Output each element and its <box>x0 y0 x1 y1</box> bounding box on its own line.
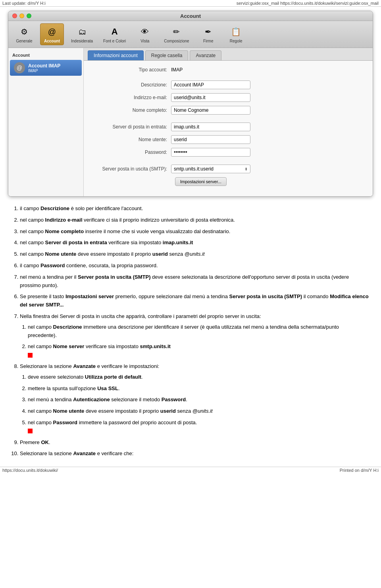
password-input[interactable] <box>171 148 250 157</box>
bold-smtp-units: smtp.units.it <box>140 343 171 349</box>
descrizione-row: Descrizione: <box>92 80 365 89</box>
toolbar-indesiderata[interactable]: 🗂 Indesiderata <box>68 24 96 45</box>
mac-window: Account ⚙ Generale @ Account 🗂 Indesider… <box>8 11 373 197</box>
server-entrata-input[interactable] <box>171 123 250 131</box>
bold-descrizione: Descrizione <box>40 205 69 211</box>
instruction-8-5: nel campo Password immettere la password… <box>28 419 369 435</box>
bold-avanzate: Avanzate <box>73 363 96 369</box>
bold-imap-units: imap.units.it <box>163 239 193 245</box>
tipo-account-value: IMAP <box>171 67 183 73</box>
bold-password: Password <box>40 262 65 268</box>
tab-avanzate[interactable]: Avanzate <box>190 50 221 60</box>
close-button[interactable] <box>12 13 17 18</box>
account-imap-type: IMAP <box>28 69 60 73</box>
vista-icon: 👁 <box>139 25 151 38</box>
instructions-sub-list-8: deve essere selezionato Utilizza porte d… <box>20 373 369 435</box>
descrizione-label: Descrizione: <box>92 82 171 88</box>
impostazioni-server-button[interactable]: Impostazioni server... <box>175 177 227 186</box>
nome-completo-row: Nome completo: <box>92 106 365 115</box>
server-uscita-value: smtp.units.it:userid <box>174 166 214 172</box>
server-uscita-row: Server posta in uscita (SMTP): smtp.unit… <box>92 165 365 173</box>
page-header: Last update: d/m/Y H:i servizi:guide:osx… <box>0 0 381 7</box>
instruction-6b: Se presente il tasto Impostazioni server… <box>20 293 369 309</box>
tab-regole-casella[interactable]: Regole casella <box>145 50 189 60</box>
descrizione-input[interactable] <box>171 80 250 89</box>
instruction-6: il campo Password contiene, oscurata, la… <box>20 262 369 270</box>
tipo-account-row: Tipo account: IMAP <box>92 67 365 73</box>
toolbar-account[interactable]: @ Account <box>40 23 64 45</box>
instruction-7b-2: nel campo Nome server verificare sia imp… <box>28 343 369 359</box>
instruction-7b-1: nel campo Descrizione immettere una desc… <box>28 323 369 340</box>
instruction-8-2: mettere la spunta sull'opzione Usa SSL. <box>28 385 369 393</box>
generale-icon: ⚙ <box>18 25 31 38</box>
header-left: Last update: d/m/Y H:i <box>2 1 46 6</box>
bold-indirizzo: Indirizzo e-mail <box>45 217 83 223</box>
indirizzo-input[interactable] <box>171 93 250 102</box>
toolbar-composizione[interactable]: ✏ Composizione <box>161 24 192 45</box>
tipo-account-label: Tipo account: <box>92 67 171 73</box>
nome-completo-input[interactable] <box>171 106 250 115</box>
sidebar: Account @ Account IMAP IMAP <box>8 48 84 196</box>
toolbar-indesiderata-label: Indesiderata <box>71 39 93 43</box>
sidebar-item-account-imap[interactable]: @ Account IMAP IMAP <box>10 60 82 76</box>
broken-image-1 <box>28 353 33 358</box>
indirizzo-row: Indirizzo e-mail: <box>92 93 365 102</box>
indesiderata-icon: 🗂 <box>76 25 89 38</box>
bold-userid-2: userid <box>160 408 176 414</box>
bold-usa-ssl: Usa SSL <box>97 385 118 391</box>
font-colori-icon: A <box>108 25 121 38</box>
mac-toolbar: ⚙ Generale @ Account 🗂 Indesiderata A Fo… <box>8 21 373 48</box>
instruction-7: nel menù a tendina per il Server posta i… <box>20 273 369 290</box>
bold-autenticazione: Autenticazione <box>73 396 110 402</box>
bold-porte-default: Utilizza porte di default <box>85 374 141 380</box>
sidebar-header: Account <box>8 51 83 59</box>
window-title: Account <box>180 13 201 19</box>
footer-right: Printed on d/m/Y H:i <box>340 468 379 473</box>
form-area: Tipo account: IMAP Descrizione: Indirizz… <box>84 61 373 196</box>
instruction-8: Selezionare la sezione Avanzate e verifi… <box>20 362 369 435</box>
instruction-4: nel campo Server di posta in entrata ver… <box>20 239 369 247</box>
instruction-3: nel campo Nome completo inserire il nome… <box>20 228 369 236</box>
instructions-sub-list-7: nel campo Descrizione immettere una desc… <box>20 323 369 359</box>
toolbar-firme[interactable]: ✒ Firme <box>196 24 220 45</box>
account-icon: @ <box>46 25 58 38</box>
bold-userid: userid <box>152 251 168 257</box>
server-entrata-label: Server di posta in entrata: <box>92 124 171 130</box>
select-arrow-icon: ⬍ <box>244 167 248 171</box>
bold-nome-server: Nome server <box>53 343 85 349</box>
toolbar-vista-label: Vista <box>140 39 149 43</box>
server-uscita-select[interactable]: smtp.units.it:userid ⬍ <box>171 165 250 173</box>
bold-server-smtp-2: Server posta in uscita (SMTP) <box>229 293 302 299</box>
page-footer: https://docu.units.it/dokuwiki/ Printed … <box>0 467 381 473</box>
account-imap-icon: @ <box>14 62 25 73</box>
toolbar-font-colori[interactable]: A Font e Colori <box>100 24 129 45</box>
nome-utente-row: Nome utente: <box>92 135 365 144</box>
regole-icon: 📋 <box>230 25 242 38</box>
toolbar-firme-label: Firme <box>203 39 214 43</box>
account-imap-text: Account IMAP IMAP <box>28 63 60 73</box>
bold-nome-utente: Nome utente <box>45 251 77 257</box>
indirizzo-label: Indirizzo e-mail: <box>92 95 171 100</box>
bold-server-smtp: Server posta in uscita (SMTP) <box>78 274 151 280</box>
bold-impostazioni-server: Impostazioni server <box>65 293 114 299</box>
instruction-7b: Nella finestra dei Server di posta in us… <box>20 312 369 359</box>
toolbar-regole-label: Regole <box>230 39 242 43</box>
toolbar-generale[interactable]: ⚙ Generale <box>12 24 36 45</box>
impostazioni-row: Impostazioni server... <box>92 177 365 186</box>
instructions-list-2: Se presente il tasto Impostazioni server… <box>12 293 369 458</box>
password-row: Password: <box>92 148 365 157</box>
toolbar-regole[interactable]: 📋 Regole <box>224 24 248 45</box>
broken-image-2 <box>28 429 33 433</box>
italic-at-units-2: @units.it <box>192 408 213 414</box>
mac-titlebar: Account <box>8 11 373 21</box>
toolbar-composizione-label: Composizione <box>164 39 189 43</box>
instruction-8-1: deve essere selezionato Utilizza porte d… <box>28 373 369 381</box>
bold-avanzate-2: Avanzate <box>73 450 96 456</box>
maximize-button[interactable] <box>27 13 31 18</box>
toolbar-vista[interactable]: 👁 Vista <box>133 24 157 45</box>
tab-informazioni[interactable]: Informazioni account <box>88 50 144 60</box>
bold-ok: OK <box>41 439 49 445</box>
minimize-button[interactable] <box>19 13 24 18</box>
nome-utente-input[interactable] <box>171 135 250 144</box>
tab-bar: Informazioni account Regole casella Avan… <box>84 48 373 61</box>
